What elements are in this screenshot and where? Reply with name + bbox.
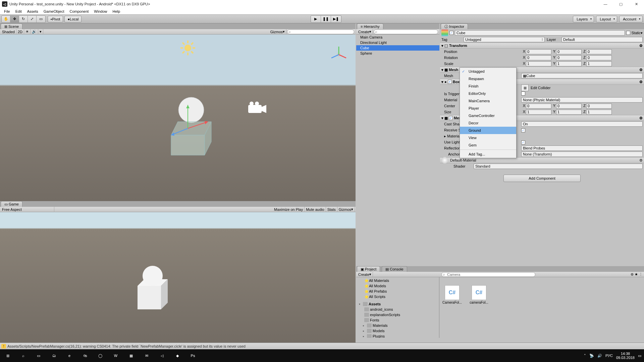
menu-assets[interactable]: Assets [24, 9, 41, 14]
folder-item[interactable]: ▸Models [356, 328, 439, 334]
rect-tool[interactable]: ▭ [37, 16, 45, 22]
layout-dropdown[interactable]: Layout▾ [596, 16, 617, 22]
pause-button[interactable]: ❚❚ [321, 16, 331, 22]
size-x[interactable]: 1 [526, 110, 551, 115]
folder-item[interactable]: ▸Plugins [356, 334, 439, 338]
sublime-icon[interactable]: ▦ [123, 349, 139, 362]
menu-help[interactable]: Help [110, 9, 123, 14]
rot-z[interactable]: 0 [586, 55, 612, 60]
favorite-item[interactable]: ⭐ All Scripts [356, 294, 439, 299]
start-button[interactable]: ⊞ [0, 349, 15, 362]
scene-search[interactable] [287, 29, 354, 34]
scene-viewport[interactable] [0, 35, 356, 201]
store-icon[interactable]: 🛍 [77, 349, 93, 362]
aspect-dropdown[interactable]: Free Aspect [1, 207, 54, 212]
tag-option[interactable]: EditorOnly [460, 90, 516, 97]
hierarchy-item-selected[interactable]: Cube [356, 45, 439, 51]
mute-toggle[interactable]: Mute audio [305, 207, 326, 212]
tray-clock[interactable]: 14:3809.03.2018 [616, 352, 635, 360]
tag-option[interactable]: MainCamera [460, 97, 516, 105]
close-button[interactable]: ✕ [629, 0, 644, 8]
tray-notifications-icon[interactable]: ▭ [638, 354, 641, 358]
hierarchy-list[interactable]: Main Camera Directional Light Cube Spher… [356, 35, 439, 265]
phys-material-field[interactable]: None (Physic Material) [521, 97, 643, 103]
pos-z[interactable]: 0 [586, 49, 612, 54]
project-tree[interactable]: ⭐ All Materials ⭐ All Models ⭐ All Prefa… [356, 277, 439, 338]
assets-root[interactable]: ▾Assets [356, 301, 439, 307]
gameobject-name-field[interactable]: Cube [455, 30, 625, 36]
status-console-line[interactable]: ! Assets/Scripts/NewPrefabManager.cs(16,… [0, 343, 644, 349]
tag-option[interactable]: Respawn [460, 75, 516, 82]
pos-x[interactable]: 0 [526, 49, 551, 54]
hierarchy-item[interactable]: Sphere [356, 51, 439, 56]
center-y[interactable]: 0 [556, 104, 582, 109]
shading-mode[interactable]: Shaded [1, 29, 16, 35]
game-gizmos[interactable]: Gizmos ▾ [337, 207, 355, 212]
folder-item[interactable]: ▸Materials [356, 323, 439, 328]
scene-tab[interactable]: ⊞ Scene [1, 23, 22, 29]
photoshop-icon[interactable]: Ps [185, 349, 201, 362]
explorer-icon[interactable]: 🗂 [46, 349, 62, 362]
layer-dropdown[interactable]: Default [561, 37, 643, 42]
favorite-item[interactable]: ⭐ All Prefabs [356, 289, 439, 294]
cast-dropdown[interactable]: On [521, 121, 643, 127]
project-create[interactable]: Create ▾ [357, 272, 373, 277]
menu-window[interactable]: Window [91, 9, 110, 14]
hierarchy-search[interactable] [374, 29, 438, 34]
rot-x[interactable]: 0 [526, 55, 551, 60]
local-toggle[interactable]: ● Local [64, 16, 82, 22]
app-icon[interactable]: ◆ [170, 349, 185, 362]
menu-gameobject[interactable]: GameObject [41, 9, 67, 14]
tag-option[interactable]: Player [460, 105, 516, 112]
pos-y[interactable]: 0 [556, 49, 582, 54]
menu-file[interactable]: File [1, 9, 13, 14]
transform-header[interactable]: ▾ ⬚ Transform⚙ [440, 43, 644, 49]
favorite-item[interactable]: ⭐ All Models [356, 283, 439, 289]
maximize-toggle[interactable]: Maximize on Play [273, 207, 305, 212]
2d-toggle[interactable]: 2D [16, 29, 24, 35]
edit-collider-button[interactable]: ⊞ [521, 84, 529, 91]
minimize-button[interactable]: — [598, 0, 613, 8]
add-component-button[interactable]: Add Component [503, 175, 581, 182]
tray-network-icon[interactable]: 📡 [589, 354, 594, 358]
edge-icon[interactable]: e [62, 349, 77, 362]
word-icon[interactable]: W [108, 349, 123, 362]
console-tab[interactable]: ▤ Console [382, 266, 407, 272]
unity-taskbar-icon[interactable]: ◁ [154, 349, 170, 362]
scl-y[interactable]: 1 [556, 61, 582, 66]
menu-edit[interactable]: Edit [13, 9, 24, 14]
task-view-button[interactable]: ▭ [31, 349, 46, 362]
tag-option[interactable]: Untagged [460, 68, 516, 75]
shader-dropdown[interactable]: Standard [474, 164, 643, 169]
folder-item[interactable]: Fonts [356, 317, 439, 323]
tray-lang[interactable]: РУС [605, 354, 613, 358]
rotate-tool[interactable]: ↻ [19, 16, 28, 22]
gizmos-dropdown[interactable]: Gizmos ▾ [269, 29, 286, 35]
audio-icon[interactable]: 🔊 [31, 29, 38, 35]
receive-checkbox[interactable]: ✓ [521, 128, 525, 132]
favorite-item[interactable]: ⭐ All Materials [356, 278, 439, 283]
project-tab[interactable]: ▣ Project [357, 266, 380, 272]
hand-tool[interactable]: ✋ [2, 16, 10, 22]
tag-option[interactable]: Decor [460, 119, 516, 127]
inspector-tab[interactable]: ⓘ Inspector [441, 23, 468, 29]
system-tray[interactable]: ˄ 📡 🔊 РУС 14:3809.03.2018 ▭ [584, 352, 644, 360]
mesh-field[interactable]: ▦ Cube [521, 73, 643, 78]
hierarchy-item[interactable]: Main Camera [356, 35, 439, 40]
project-search-field[interactable]: Camera [441, 272, 535, 277]
mail-icon[interactable]: ✉ [139, 349, 154, 362]
active-checkbox[interactable]: ✓ [449, 31, 453, 35]
pivot-toggle[interactable]: ▪ Pivot [48, 16, 63, 22]
rot-y[interactable]: 0 [556, 55, 582, 60]
menu-component[interactable]: Component [67, 9, 91, 14]
asset-tile[interactable]: C#CameraFol... [441, 285, 463, 304]
tag-option[interactable]: View [460, 134, 516, 141]
account-dropdown[interactable]: Account▾ [619, 16, 643, 22]
chrome-icon[interactable]: ◯ [93, 349, 108, 362]
hierarchy-create[interactable]: Create ▾ [357, 29, 373, 35]
trigger-checkbox[interactable] [521, 92, 525, 96]
probes-checkbox[interactable]: ✓ [521, 140, 525, 144]
game-tab[interactable]: ▭ Game [1, 201, 22, 207]
size-z[interactable]: 1 [586, 110, 612, 115]
fx-icon[interactable]: ▾ [38, 29, 43, 35]
